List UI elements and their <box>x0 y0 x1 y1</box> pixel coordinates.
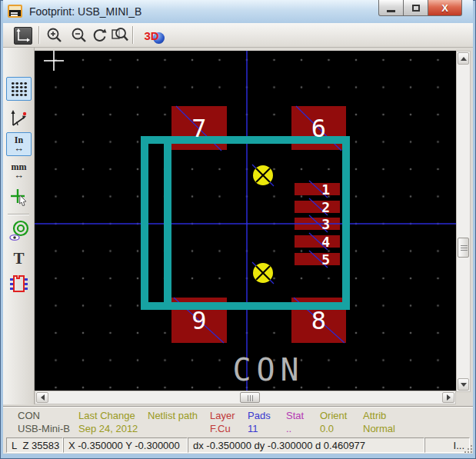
axes-origin-icon <box>14 27 32 45</box>
zoom-in-button[interactable] <box>44 25 65 45</box>
zoom-out-button[interactable] <box>68 25 89 45</box>
pad-number: 6 <box>311 114 326 143</box>
close-icon: X <box>441 2 448 14</box>
toolbar-separator <box>8 214 29 215</box>
h-scrollbar[interactable] <box>35 391 456 404</box>
main-toolbar: 3D <box>3 23 473 48</box>
zoom-out-icon <box>71 27 88 44</box>
app-icon <box>8 5 22 18</box>
pad-number: 7 <box>191 114 206 143</box>
grid-toggle-button[interactable] <box>6 77 32 101</box>
status-prefix: L <box>12 440 17 451</box>
v-scrollbar[interactable] <box>456 51 471 392</box>
toolbar-separator <box>132 26 133 44</box>
units-mm-button[interactable]: mm ↔ <box>6 159 32 183</box>
pad-display-button[interactable] <box>6 218 32 242</box>
body-outline[interactable] <box>141 136 350 310</box>
pad-number: 8 <box>311 306 326 335</box>
zoom-fit-icon <box>111 27 129 44</box>
axes-origin-button[interactable] <box>12 25 33 45</box>
h-scroll-thumb[interactable] <box>240 392 260 403</box>
footprint-sketch-icon <box>9 273 29 294</box>
pad-sketch-eye-icon <box>8 219 30 241</box>
v-scroll-thumb[interactable] <box>458 238 469 258</box>
cursor-icon <box>9 188 29 208</box>
status-zoom: L Z 35583 <box>6 437 63 453</box>
arrow-left-icon <box>41 394 45 401</box>
minimize-button[interactable] <box>378 0 404 16</box>
body-outline-inner-edge <box>164 144 171 302</box>
footprint-edges-button[interactable] <box>6 271 32 295</box>
view-3d-button[interactable]: 3D <box>138 25 165 45</box>
titlebar[interactable]: Footprint: USB_MINI_B X <box>3 0 473 23</box>
redraw-icon <box>92 27 108 44</box>
maximize-button[interactable] <box>403 0 428 16</box>
footprint-info-panel: CON USB-Mini-B Last Change Sep 24, 2012 … <box>3 406 473 437</box>
text-display-button[interactable]: T <box>6 246 32 270</box>
maximize-icon <box>412 5 420 12</box>
text-icon: T <box>13 251 24 266</box>
arrow-right-icon <box>447 394 451 401</box>
status-units: I... <box>424 437 470 453</box>
pad-number: 4 <box>321 234 330 250</box>
window-title: Footprint: USB_MINI_B <box>29 5 141 18</box>
polar-icon <box>9 108 29 128</box>
arrow-up-icon <box>461 57 467 61</box>
polar-coordinates-button[interactable] <box>6 106 32 130</box>
grid-icon <box>11 81 28 96</box>
cursor-crosshair <box>44 51 64 71</box>
close-button[interactable]: X <box>428 0 462 16</box>
client-area: 3D In ↔ mm ↔ <box>3 23 473 454</box>
zoom-in-icon <box>46 27 63 44</box>
units-inches-button[interactable]: In ↔ <box>6 132 32 156</box>
toolbar-separator <box>38 26 39 44</box>
double-arrow-icon: ↔ <box>14 145 24 152</box>
minimize-icon <box>387 10 395 12</box>
cursor-shape-button[interactable] <box>6 185 32 209</box>
pad-number: 2 <box>321 199 330 215</box>
pad-number: 3 <box>321 216 330 232</box>
status-bar: L Z 35583 X -0.350000 Y -0.300000 dx -0.… <box>3 437 473 454</box>
arrow-down-icon <box>461 383 467 387</box>
status-cursor-position: X -0.350000 Y -0.300000 <box>63 437 188 453</box>
pad-number: 9 <box>191 306 206 335</box>
scroll-right-button[interactable] <box>442 392 454 403</box>
zoom-level: Z 35583 <box>22 440 59 451</box>
double-arrow-icon: ↔ <box>14 171 24 179</box>
footprint-canvas[interactable]: 7 6 9 8 1 2 3 4 5 <box>35 51 456 391</box>
reference-text[interactable]: CON <box>199 352 338 387</box>
redraw-button[interactable] <box>89 25 110 45</box>
footprint-viewer-window: Footprint: USB_MINI_B X <box>0 0 476 459</box>
pad-number: 1 <box>321 181 330 198</box>
zoom-fit-button[interactable] <box>109 25 130 45</box>
status-relative-position: dx -0.350000 dy -0.300000 d 0.460977 <box>188 437 424 453</box>
scroll-left-button[interactable] <box>36 392 48 403</box>
pad-number: 5 <box>321 251 330 268</box>
scroll-down-button[interactable] <box>458 378 469 391</box>
options-toolbar: In ↔ mm ↔ T <box>3 48 35 404</box>
scroll-up-button[interactable] <box>458 52 469 65</box>
3d-label: 3D <box>144 29 158 42</box>
